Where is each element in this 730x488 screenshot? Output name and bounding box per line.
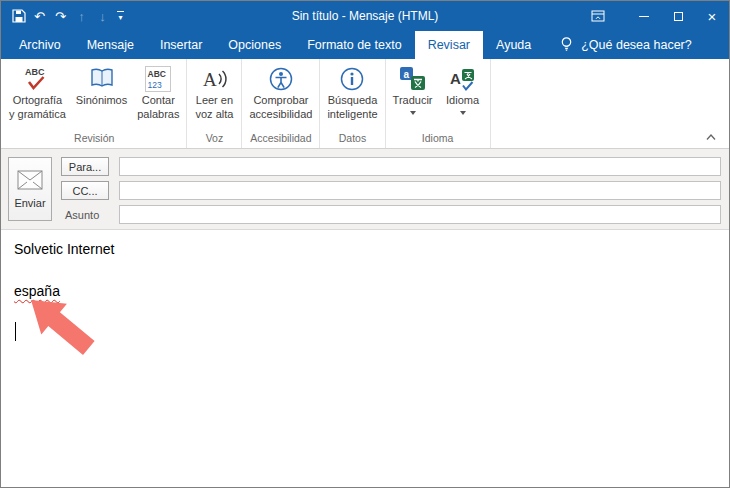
svg-text:ABC: ABC (25, 67, 45, 77)
group-label-accesibilidad: Accesibilidad (242, 131, 319, 148)
undo-icon[interactable]: ↶ (29, 4, 50, 28)
maximize-button[interactable] (661, 1, 695, 31)
text-cursor (15, 322, 16, 341)
ribbon-tab-bar: Archivo Mensaje Insertar Opciones Format… (1, 31, 729, 59)
subject-label: Asunto (61, 209, 109, 221)
message-header: Enviar Para... CC... Asunto (1, 149, 729, 230)
group-voz: A Leer en voz alta Voz (187, 59, 242, 148)
thesaurus-button[interactable]: Sinónimos (71, 62, 132, 131)
envelope-icon (17, 170, 43, 192)
svg-text:A: A (203, 69, 217, 90)
word-count-label-1: Contar (142, 94, 175, 108)
annotation-arrow (21, 292, 121, 372)
ribbon-display-options-button[interactable] (585, 1, 611, 31)
subject-row: Asunto (61, 205, 721, 224)
send-button[interactable]: Enviar (8, 157, 52, 221)
to-button[interactable]: Para... (61, 157, 109, 176)
group-datos: Búsqueda inteligente Datos (320, 59, 385, 148)
group-label-idioma: Idioma (386, 131, 490, 148)
spelling-grammar-button[interactable]: ABC Ortografía y gramática (4, 62, 71, 131)
group-revision: ABC Ortografía y gramática Sinónimo (2, 59, 187, 148)
book-icon (89, 64, 115, 94)
customize-qat-bar (117, 11, 124, 12)
tell-me-label: ¿Qué desea hacer? (581, 38, 692, 52)
tell-me-box[interactable]: ¿Qué desea hacer? (547, 31, 704, 59)
send-label: Enviar (14, 197, 45, 209)
tab-opciones[interactable]: Opciones (215, 31, 294, 59)
translate-label: Traducir (393, 94, 433, 108)
tab-revisar[interactable]: Revisar (415, 31, 483, 59)
svg-text:ABC: ABC (148, 69, 166, 79)
spelling-label-2: y gramática (9, 108, 66, 122)
collapse-ribbon-button[interactable] (703, 131, 719, 143)
accessibility-label-1: Comprobar (253, 94, 308, 108)
word-count-label-2: palabras (137, 108, 179, 122)
minimize-icon (639, 16, 649, 17)
next-item-icon: ↓ (92, 4, 113, 28)
cc-input[interactable] (119, 181, 721, 200)
language-dropdown-arrow (460, 111, 466, 118)
maximize-icon (674, 12, 683, 21)
tab-insertar[interactable]: Insertar (147, 31, 215, 59)
accessibility-icon (268, 64, 294, 94)
group-label-datos: Datos (320, 131, 384, 148)
spellcheck-icon: ABC (24, 64, 50, 94)
outlook-message-window: ↶ ↷ ↑ ↓ ▾ Sin título - Mensaje (HTML) × (0, 0, 730, 488)
translate-button[interactable]: a Traducir (388, 62, 438, 131)
window-controls: × (585, 1, 729, 31)
accessibility-label-2: accesibilidad (249, 108, 312, 122)
thesaurus-label-1: Sinónimos (76, 94, 127, 108)
redo-icon[interactable]: ↷ (50, 4, 71, 28)
cc-button[interactable]: CC... (61, 181, 109, 200)
tab-ayuda[interactable]: Ayuda (483, 31, 544, 59)
translate-dropdown-arrow (410, 111, 416, 118)
ribbon: ABC Ortografía y gramática Sinónimo (1, 59, 729, 149)
close-button[interactable]: × (695, 1, 729, 31)
smart-lookup-label-2: inteligente (327, 108, 377, 122)
lightbulb-icon (559, 36, 574, 55)
group-accesibilidad: Comprobar accesibilidad Accesibilidad (242, 59, 320, 148)
word-count-icon: ABC 123 (145, 64, 171, 94)
read-aloud-label-1: Leer en (196, 94, 233, 108)
save-icon[interactable] (8, 4, 29, 28)
group-label-revision: Revisión (2, 131, 186, 148)
minimize-button[interactable] (627, 1, 661, 31)
quick-access-toolbar: ↶ ↷ ↑ ↓ ▾ (1, 4, 128, 28)
translate-icon: a (399, 64, 427, 94)
body-text-line: Solvetic Internet (14, 241, 114, 257)
customize-qat-chevron: ▾ (118, 14, 122, 22)
previous-item-icon: ↑ (71, 4, 92, 28)
titlebar: ↶ ↷ ↑ ↓ ▾ Sin título - Mensaje (HTML) × (1, 1, 729, 31)
tab-mensaje[interactable]: Mensaje (74, 31, 147, 59)
tab-archivo[interactable]: Archivo (6, 31, 74, 59)
smart-lookup-icon (339, 64, 365, 94)
language-label: Idioma (446, 94, 479, 108)
to-input[interactable] (119, 157, 721, 176)
customize-qat-icon[interactable]: ▾ (113, 4, 128, 28)
message-body[interactable]: Solvetic Internet españa (1, 230, 729, 487)
read-aloud-button[interactable]: A Leer en voz alta (189, 62, 239, 131)
spelling-label-1: Ortografía (13, 94, 63, 108)
language-icon: A (449, 64, 477, 94)
cc-row: CC... (61, 181, 721, 200)
svg-text:A: A (450, 70, 461, 87)
group-idioma: a Traducir A (386, 59, 491, 148)
svg-text:123: 123 (148, 80, 162, 90)
read-aloud-icon: A (200, 64, 228, 94)
subject-input[interactable] (119, 205, 721, 224)
check-accessibility-button[interactable]: Comprobar accesibilidad (244, 62, 317, 131)
word-count-button[interactable]: ABC 123 Contar palabras (132, 62, 184, 131)
to-row: Para... (61, 157, 721, 176)
tab-formato-de-texto[interactable]: Formato de texto (294, 31, 415, 59)
group-label-voz: Voz (187, 131, 241, 148)
smart-lookup-label-1: Búsqueda (328, 94, 378, 108)
language-button[interactable]: A Idioma (438, 62, 488, 131)
svg-text:a: a (403, 69, 409, 80)
read-aloud-label-2: voz alta (195, 108, 233, 122)
smart-lookup-button[interactable]: Búsqueda inteligente (322, 62, 382, 131)
